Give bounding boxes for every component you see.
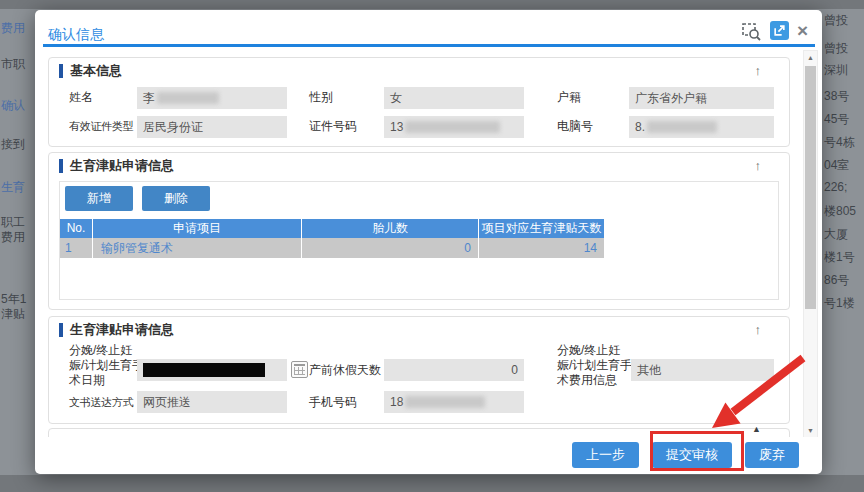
background-text-fragment: 226;	[824, 180, 847, 194]
field-label-delivery-method: 文书送达方式	[69, 395, 133, 410]
redaction-smudge	[647, 121, 717, 133]
table-header-cell: 项目对应生育津贴天数	[479, 219, 604, 238]
submit-review-button[interactable]: 提交审核	[652, 442, 732, 468]
scrollbar-thumb[interactable]	[805, 66, 816, 309]
field-value-gender: 女	[384, 87, 524, 109]
background-text-fragment: 楼805	[824, 203, 856, 220]
field-label-computer-no: 电脑号	[557, 119, 593, 134]
background-page-right: 曾投 曾投 深圳 38号 45号 号4栋 04室 226; 楼805 大厦 楼1…	[823, 0, 864, 475]
background-text-fragment: 38号	[824, 88, 849, 105]
close-icon[interactable]: ×	[797, 21, 808, 40]
background-text-fragment: 接到	[1, 136, 25, 153]
field-label-phone: 手机号码	[309, 395, 357, 410]
table-row[interactable]: 1 输卵管复通术 0 14	[60, 238, 604, 258]
allowance-table: No. 申请项目 胎儿数 项目对应生育津贴天数 1 输卵管复通术 0 14	[60, 219, 604, 258]
calendar-icon[interactable]	[291, 361, 308, 378]
section-title: 生育津贴申请信息	[70, 157, 174, 175]
background-text-fragment: 号1楼	[824, 295, 855, 312]
table-header-cell: 胎儿数	[302, 219, 479, 238]
section-marker	[59, 159, 63, 173]
section-marker	[59, 64, 63, 78]
table-cell-days: 14	[479, 238, 604, 258]
background-text-fragment: 费用	[1, 20, 25, 37]
scrollbar[interactable]: ▲ ▼	[803, 50, 818, 438]
scroll-up-icon[interactable]: ▲	[804, 54, 817, 61]
collapse-arrow-icon[interactable]: ↑	[755, 158, 762, 173]
background-text-fragment: 04室	[824, 157, 849, 174]
background-text-fragment: 费用	[1, 229, 25, 246]
collapse-arrow-icon[interactable]: ↑	[755, 63, 762, 78]
field-value-id-type: 居民身份证	[137, 116, 287, 138]
field-value-phone: 18	[384, 391, 524, 413]
section-title: 基本信息	[70, 62, 122, 80]
field-value-id-number: 13	[384, 116, 524, 138]
field-value-household: 广东省外户籍	[629, 87, 774, 109]
field-label-gender: 性别	[309, 90, 333, 105]
title-divider	[43, 44, 815, 47]
table-panel: 新增 删除 No. 申请项目 胎儿数 项目对应生育津贴天数 1 输卵管复通术 0…	[59, 181, 779, 300]
background-text-fragment: 曾投	[824, 40, 848, 57]
discard-button[interactable]: 废弃	[745, 442, 799, 468]
section-basic-info: 基本信息 ↑ 姓名 李 性别 女 户籍 广东省外户籍 有效证件类型 居民身份证 …	[48, 57, 790, 147]
section-allowance-detail: 生育津贴申请信息 ↑ 分娩/终止妊娠/计划生育手术日期 产前休假天数 0 分娩/…	[48, 316, 790, 424]
collapse-arrow-icon[interactable]: ↑	[755, 322, 762, 337]
field-value-cost-info: 其他	[631, 359, 774, 381]
background-text-fragment: 确认	[1, 97, 25, 114]
background-text-fragment: 86号	[824, 272, 849, 289]
field-value-delivery-method: 网页推送	[137, 391, 287, 413]
background-text-fragment: 楼1号	[824, 249, 855, 266]
dialog-footer: 上一步 提交审核 废弃	[36, 437, 821, 473]
redaction-smudge	[405, 396, 485, 408]
previous-step-button[interactable]: 上一步	[572, 442, 639, 468]
background-text-fragment: 深圳	[824, 62, 848, 79]
open-new-window-icon[interactable]	[770, 21, 789, 40]
table-header-cell: No.	[60, 219, 93, 238]
background-text-fragment: 大厦	[824, 226, 848, 243]
redaction-smudge	[405, 121, 500, 133]
scroll-down-icon[interactable]: ▼	[804, 427, 817, 434]
page-top-bar	[0, 0, 864, 9]
background-text-fragment: 市职	[1, 56, 25, 73]
table-header-row: No. 申请项目 胎儿数 项目对应生育津贴天数	[60, 219, 604, 238]
field-label-surgery-date: 分娩/终止妊娠/计划生育手术日期	[69, 343, 145, 388]
page-bottom-bar	[0, 475, 864, 492]
field-label-name: 姓名	[69, 90, 93, 105]
table-cell-item: 输卵管复通术	[93, 238, 302, 258]
field-label-id-number: 证件号码	[309, 119, 357, 134]
section-allowance-table: 生育津贴申请信息 ↑ 新增 删除 No. 申请项目 胎儿数 项目对应生育津贴天数…	[48, 152, 790, 310]
field-value-surgery-date	[137, 359, 287, 381]
background-text-fragment: 津贴	[1, 306, 25, 323]
delete-button[interactable]: 删除	[142, 186, 210, 211]
redaction-smudge	[157, 92, 219, 104]
section-title: 生育津贴申请信息	[70, 321, 174, 339]
background-text-fragment: 曾投	[824, 12, 848, 29]
region-zoom-icon[interactable]	[741, 21, 761, 41]
background-text-fragment: 生育	[1, 179, 25, 196]
table-cell-fetus-count: 0	[302, 238, 479, 258]
field-label-prenatal-days: 产前休假天数	[309, 363, 381, 378]
table-cell-no: 1	[60, 238, 93, 258]
background-text-fragment: 号4栋	[824, 134, 855, 151]
field-value-computer-no: 8.	[629, 116, 774, 138]
confirm-info-dialog: 确认信息 × 基本信息 ↑ 姓名 李 性别 女 户籍 广东省外户籍 有效证件类型…	[35, 10, 822, 474]
field-label-household: 户籍	[557, 90, 581, 105]
add-button[interactable]: 新增	[65, 186, 133, 211]
dialog-title: 确认信息	[48, 26, 104, 44]
redaction-black	[143, 363, 265, 377]
table-header-cell: 申请项目	[93, 219, 302, 238]
field-value-name: 李	[137, 87, 287, 109]
field-value-prenatal-days: 0	[384, 359, 524, 381]
field-label-cost-info: 分娩/终止妊娠/计划生育手术费用信息	[557, 343, 633, 388]
background-text-fragment: 45号	[824, 111, 849, 128]
section-marker	[59, 323, 63, 337]
background-page-left: 费用 市职 确认 接到 生育 职工 费用 5年1 津贴	[0, 0, 33, 492]
caret-up-icon: ▲	[752, 424, 761, 434]
field-label-id-type: 有效证件类型	[69, 119, 133, 134]
